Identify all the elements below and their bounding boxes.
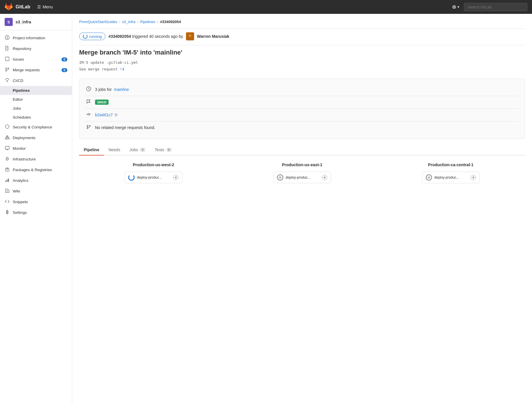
tab-jobs[interactable]: Jobs 3 bbox=[125, 145, 150, 156]
tag-badge: latest bbox=[95, 100, 109, 105]
sidebar-item-settings[interactable]: Settings bbox=[0, 207, 72, 218]
app-layout: S s3_infra Project information Repositor… bbox=[0, 14, 532, 404]
no-merge-request-text: No related merge requests found. bbox=[95, 125, 155, 130]
sidebar-item-editor[interactable]: Editor bbox=[0, 95, 72, 104]
sidebar-item-snippets[interactable]: Snippets bbox=[0, 197, 72, 207]
sidebar-label-security-compliance: Security & Compliance bbox=[13, 125, 52, 129]
user-avatar bbox=[186, 32, 194, 40]
sidebar-item-monitor[interactable]: Monitor bbox=[0, 143, 72, 154]
packages-icon bbox=[5, 167, 10, 173]
sidebar-label-analytics: Analytics bbox=[13, 178, 28, 183]
sidebar-label-settings: Settings bbox=[13, 210, 27, 215]
sidebar-label-repository: Repository bbox=[13, 46, 31, 51]
pipeline-job-ca-central[interactable]: deploy-produc... bbox=[422, 172, 480, 183]
pipeline-column-us-west: Production-us-west-2 deploy-produc... bbox=[79, 162, 228, 183]
sidebar-item-pipelines[interactable]: Pipelines bbox=[0, 86, 72, 95]
column-title-us-east: Production-us-east-1 bbox=[231, 162, 374, 167]
tests-tab-count: 0 bbox=[166, 148, 172, 152]
job-waiting-icon-east bbox=[277, 174, 283, 181]
sidebar-label-infrastructure: Infrastructure bbox=[13, 157, 36, 161]
svg-rect-14 bbox=[7, 136, 8, 137]
breadcrumb-pmm[interactable]: PmmQuickStartGuides bbox=[79, 20, 117, 24]
sidebar-item-jobs[interactable]: Jobs bbox=[0, 104, 72, 113]
pipeline-tabs: Pipeline Needs Jobs 3 Tests 0 bbox=[79, 145, 525, 156]
sidebar-item-cicd[interactable]: CI/CD bbox=[0, 75, 72, 86]
sidebar-label-wiki: Wiki bbox=[13, 189, 20, 193]
merge-requests-icon bbox=[5, 67, 10, 73]
copy-icon[interactable]: ⎘ bbox=[115, 113, 117, 117]
pipeline-info-box: 3 jobs for mainline latest b2a461c7 ⎘ bbox=[79, 78, 525, 139]
sidebar-item-security-compliance[interactable]: Security & Compliance bbox=[0, 122, 72, 132]
breadcrumb: PmmQuickStartGuides › s3_infra › Pipelin… bbox=[79, 20, 525, 24]
jobs-info-row: 3 jobs for mainline bbox=[85, 83, 519, 96]
chevron-down-icon: ▾ bbox=[457, 5, 459, 9]
search-input[interactable] bbox=[464, 3, 527, 11]
pipeline-job-us-east[interactable]: deploy-produc... bbox=[273, 172, 331, 183]
commit-section: Merge branch 'IM-5' into 'mainline' IM-5… bbox=[79, 49, 525, 73]
sidebar-item-project-information[interactable]: Project information bbox=[0, 33, 72, 43]
top-navigation: GitLab ☰ Menu ⊕ ▾ bbox=[0, 0, 532, 14]
tab-pipeline[interactable]: Pipeline bbox=[79, 145, 104, 156]
pipeline-title: #334092054 triggered 40 seconds ago by bbox=[108, 34, 183, 39]
column-title-us-west: Production-us-west-2 bbox=[82, 162, 225, 167]
plus-icon: ⊕ bbox=[452, 4, 456, 10]
svg-rect-23 bbox=[8, 179, 9, 182]
issues-icon bbox=[5, 57, 10, 62]
menu-button[interactable]: ☰ Menu bbox=[37, 5, 53, 9]
divider-1 bbox=[79, 29, 525, 29]
tab-needs[interactable]: Needs bbox=[104, 145, 125, 156]
wiki-icon bbox=[5, 188, 10, 194]
status-label: running bbox=[89, 34, 102, 39]
tag-info-row: latest bbox=[85, 96, 519, 109]
gitlab-logo-icon bbox=[5, 3, 13, 11]
sidebar-label-snippets: Snippets bbox=[13, 200, 28, 204]
flag-icon bbox=[85, 99, 92, 106]
job-cancel-button-us-east[interactable] bbox=[322, 175, 327, 180]
svg-point-34 bbox=[88, 113, 90, 115]
tab-tests[interactable]: Tests 0 bbox=[150, 145, 176, 156]
sidebar-label-project-information: Project information bbox=[13, 36, 45, 40]
pipeline-status-row: running #334092054 triggered 40 seconds … bbox=[79, 32, 525, 40]
merge-request-link[interactable]: !4 bbox=[120, 67, 124, 71]
commit-hash-link[interactable]: b2a461c7 bbox=[95, 113, 113, 117]
svg-marker-11 bbox=[6, 81, 8, 82]
jobs-tab-count: 3 bbox=[140, 148, 146, 152]
svg-point-28 bbox=[189, 35, 191, 37]
sidebar-item-merge-requests[interactable]: Merge requests 0 bbox=[0, 65, 72, 75]
sidebar-item-packages-registries[interactable]: Packages & Registries bbox=[0, 164, 72, 175]
user-name: Warren Marusiak bbox=[197, 34, 229, 39]
snippets-icon bbox=[5, 199, 10, 205]
project-avatar: S bbox=[5, 18, 13, 26]
sidebar-item-repository[interactable]: Repository bbox=[0, 43, 72, 54]
pipeline-job-us-west[interactable]: deploy-produc... bbox=[124, 172, 182, 183]
create-button[interactable]: ⊕ ▾ bbox=[452, 4, 459, 10]
sidebar-label-issues: Issues bbox=[13, 57, 24, 61]
svg-point-18 bbox=[6, 158, 8, 159]
job-cancel-button-ca-central[interactable] bbox=[471, 175, 476, 180]
branch-link[interactable]: mainline bbox=[114, 87, 129, 92]
project-header: S s3_infra bbox=[0, 14, 72, 30]
breadcrumb-s3infra[interactable]: s3_infra bbox=[122, 20, 135, 24]
sidebar-item-deployments[interactable]: Deployments bbox=[0, 132, 72, 143]
job-waiting-icon-ca bbox=[426, 174, 432, 181]
merge-requests-badge: 0 bbox=[62, 68, 67, 72]
logo-area[interactable]: GitLab bbox=[5, 3, 30, 11]
pipeline-triggered-text: triggered 40 seconds ago by bbox=[132, 34, 183, 39]
sidebar-item-wiki[interactable]: Wiki bbox=[0, 186, 72, 197]
sidebar-item-analytics[interactable]: Analytics bbox=[0, 175, 72, 186]
sidebar-item-infrastructure[interactable]: Infrastructure bbox=[0, 154, 72, 164]
sidebar-label-pipelines: Pipelines bbox=[13, 88, 30, 93]
repository-icon bbox=[5, 46, 10, 51]
sidebar-label-deployments: Deployments bbox=[13, 136, 36, 140]
sidebar-label-cicd: CI/CD bbox=[13, 78, 23, 83]
cicd-icon bbox=[5, 78, 10, 83]
job-cancel-button-us-west[interactable] bbox=[173, 175, 178, 180]
pipeline-column-us-east: Production-us-east-1 deploy-produc... bbox=[228, 162, 377, 183]
sidebar-label-merge-requests: Merge requests bbox=[13, 68, 40, 72]
sidebar: S s3_infra Project information Repositor… bbox=[0, 14, 72, 404]
breadcrumb-pipelines[interactable]: Pipelines bbox=[140, 20, 155, 24]
sidebar-item-issues[interactable]: Issues 0 bbox=[0, 54, 72, 65]
deployments-icon bbox=[5, 135, 10, 141]
pipeline-column-ca-central: Production-ca-central-1 deploy-produc... bbox=[376, 162, 525, 183]
sidebar-item-schedules[interactable]: Schedules bbox=[0, 113, 72, 122]
